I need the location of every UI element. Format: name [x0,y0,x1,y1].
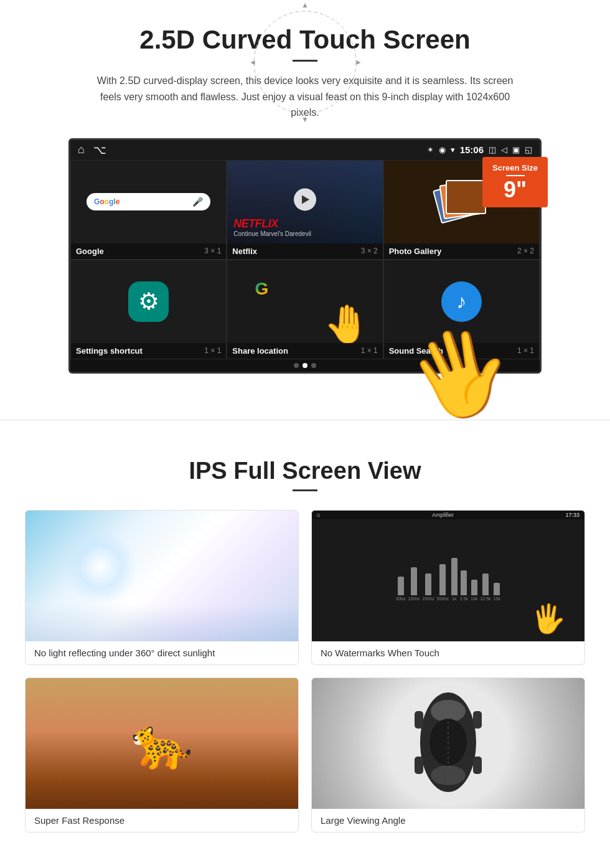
eq-label-500: 500hz [437,597,449,601]
eq-bar-500hz: 500hz [437,564,449,601]
window-icon: ◱ [525,145,532,154]
battery-icon: ▣ [512,145,520,154]
amp-status-bar: ⌂ Amplifier 17:33 [312,511,584,519]
eq-label-60: 60hz [396,597,405,601]
settings-cell-inner: ⚙ [71,260,226,343]
eq-bar [482,573,489,595]
netflix-label-bar: Netflix 3 × 2 [227,243,382,259]
google-app-size: 3 × 1 [204,247,221,255]
eq-bar [494,583,500,595]
gear-icon: ⚙ [138,288,159,315]
dot-2 [303,363,307,368]
netflix-app-name: Netflix [232,247,257,256]
eq-bar [439,564,446,595]
status-bar-right: ✴ ◉ ▾ 15:06 ◫ ◁ ▣ ◱ [427,144,532,155]
amp-screen: ⌂ Amplifier 17:33 60hz 100hz [312,511,584,641]
status-bar-left: ⌂ ⌥ [78,143,106,157]
eq-label-100: 100hz [408,597,420,601]
photo-card-3 [446,180,486,214]
sunlight-image [26,511,298,641]
amp-title: Amplifier [432,512,454,518]
svg-rect-4 [415,711,423,729]
eq-bar-60hz: 60hz [396,577,405,601]
amp-home-icon: ⌂ [317,512,320,518]
google-logo: Google [94,197,120,206]
device-mockup-container: Screen Size 9" ⌂ ⌥ ✴ ◉ ▾ 15:06 ◫ [37,138,573,376]
feature-card-amplifier: ⌂ Amplifier 17:33 60hz 100hz [311,510,585,665]
eq-bar [451,558,458,595]
settings-label-bar: Settings shortcut 1 × 1 [71,343,226,359]
wifi-icon: ▾ [451,145,455,154]
google-maps-icon: G [246,279,277,310]
amplifier-caption: No Watermarks When Touch [312,641,584,664]
hand-touch-icon: 🖐 [531,602,566,635]
feature-card-cheetah: 🐆 Super Fast Response [25,677,299,833]
app-cell-google[interactable]: Google 🎤 Google 3 × 1 [70,160,227,260]
car-caption: Large Viewing Angle [312,809,584,832]
share-location-app-name: Share location [232,346,288,356]
eq-bar-10k: 10k [471,580,477,601]
amplifier-image: ⌂ Amplifier 17:33 60hz 100hz [312,511,584,641]
app-cell-netflix[interactable]: NETFLIX Continue Marvel's Daredevil Netf… [227,160,383,260]
eq-bar-12-5k: 12.5k [480,573,490,601]
feature-card-car: ▲ ▼ ◄ ► Large Viewing Angle [311,677,585,833]
dot-3 [311,363,316,368]
photo-gallery-app-size: 2 × 2 [517,247,534,255]
volume-icon: ◁ [501,145,507,154]
eq-bar [398,577,404,595]
eq-bar [411,567,417,595]
cheetah-image: 🐆 [26,678,298,809]
eq-bar-1k: 1k [451,558,458,601]
eq-bar-200hz: 200hz [423,573,434,601]
eq-bar-2-5k: 2.5k [460,570,468,601]
feature-card-sunlight: No light reflecting under 360° direct su… [25,510,299,665]
app-cell-share-location[interactable]: G 🤚 Share location 1 × 1 [227,260,383,359]
sound-search-app-size: 1 × 1 [517,346,534,355]
location-icon: ◉ [439,145,446,154]
google-search-bar[interactable]: Google 🎤 [87,193,210,210]
section2-divider [293,489,317,491]
eq-label-10k: 10k [471,597,477,601]
google-cell-inner: Google 🎤 [71,161,226,243]
eq-bar-15k: 15k [493,583,500,601]
netflix-app-size: 3 × 2 [361,247,378,255]
maps-letter: G [255,279,268,298]
share-location-cell-inner: G 🤚 [227,260,382,343]
google-label-bar: Google 3 × 1 [71,243,226,259]
camera-icon: ◫ [489,145,496,154]
netflix-cell-inner: NETFLIX Continue Marvel's Daredevil [227,161,382,243]
settings-app-name: Settings shortcut [76,346,143,356]
photo-stack [436,180,486,224]
google-app-name: Google [76,247,104,256]
car-top-view: ▲ ▼ ◄ ► [405,683,492,804]
settings-icon-bg: ⚙ [128,281,169,322]
eq-bar [461,570,467,595]
app-cell-settings[interactable]: ⚙ Settings shortcut 1 × 1 [70,260,227,359]
home-icon[interactable]: ⌂ [78,143,85,156]
amp-time: 17:33 [565,512,580,518]
settings-app-size: 1 × 1 [204,346,221,355]
play-button[interactable] [294,189,316,211]
netflix-logo: NETFLIX [233,217,278,230]
feature-grid: No light reflecting under 360° direct su… [25,510,585,833]
equalizer: 60hz 100hz 200hz 500hz [383,551,512,601]
photo-gallery-app-name: Photo Gallery [389,247,442,256]
badge-size: 9" [492,179,538,201]
car-top-svg [405,683,492,801]
bluetooth-icon: ✴ [427,145,434,154]
eq-bar-100hz: 100hz [408,567,420,601]
mic-icon[interactable]: 🎤 [192,197,203,207]
status-bar: ⌂ ⌥ ✴ ◉ ▾ 15:06 ◫ ◁ ▣ ◱ [70,140,540,160]
usb-icon: ⌥ [93,143,106,157]
dot-1 [294,363,299,368]
section-ips: IPS Full Screen View No light reflecting… [0,445,610,857]
share-location-app-size: 1 × 1 [361,346,378,355]
status-time: 15:06 [460,144,484,155]
netflix-subtitle: Continue Marvel's Daredevil [233,230,311,237]
eq-label-200: 200hz [423,597,434,601]
svg-rect-5 [415,757,423,774]
hand-pointing-icon: 🤚 [324,302,370,343]
car-top-image: ▲ ▼ ◄ ► [312,678,584,809]
eq-label-12-5k: 12.5k [480,597,490,601]
music-icon: ♪ [441,281,482,322]
